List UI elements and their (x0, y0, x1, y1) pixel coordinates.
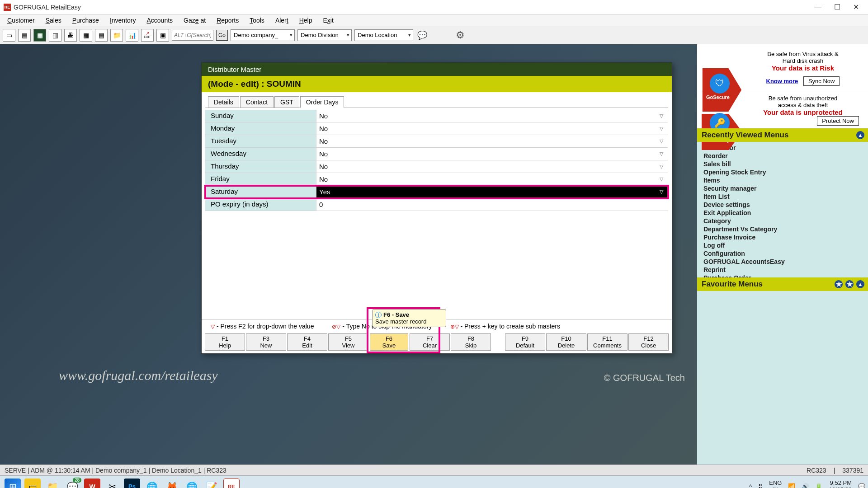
taskbar-app-photoshop[interactable]: Ps (124, 479, 140, 488)
menu-customer[interactable]: Customer (2, 15, 40, 25)
taskbar-app-folder[interactable]: 📁 (44, 479, 61, 488)
fkey-save[interactable]: F6Save (370, 333, 408, 351)
row-value-dropdown[interactable]: 0 (316, 198, 668, 211)
tray-volume-icon[interactable]: 🔊 (802, 483, 809, 488)
menu-exit[interactable]: Exit (317, 15, 339, 25)
row-value-dropdown[interactable]: No▽ (316, 110, 668, 122)
recent-item[interactable]: Log off (697, 241, 868, 249)
recent-item[interactable]: Sales bill (697, 160, 868, 168)
menu-alert[interactable]: Alert (270, 15, 294, 25)
recent-item[interactable]: Purchase Order (697, 274, 868, 277)
menu-reports[interactable]: Reports (211, 15, 244, 25)
toolbar-btn-6[interactable]: ▦ (80, 29, 92, 42)
tray-chevron-icon[interactable]: ^ (749, 483, 752, 488)
close-button[interactable]: ✕ (853, 3, 859, 11)
recent-item[interactable]: Item List (697, 192, 868, 201)
toolbar-btn-3[interactable]: ▦ (33, 29, 46, 42)
menu-accounts[interactable]: Accounts (141, 15, 178, 25)
taskbar-app-explorer[interactable]: ▭ (24, 479, 41, 488)
menu-tools[interactable]: Tools (244, 15, 270, 25)
maximize-button[interactable]: ☐ (834, 3, 840, 11)
print-icon[interactable]: 🖶 (64, 29, 77, 42)
fkey-skip[interactable]: F8Skip (451, 333, 491, 351)
recent-item[interactable]: Security manager (697, 184, 868, 192)
tray-dropbox-icon[interactable]: ⠿ (758, 483, 763, 488)
recent-item[interactable]: Purchase Invoice (697, 233, 868, 241)
tab-contact[interactable]: Contact (240, 96, 274, 108)
collapse-icon-2[interactable]: ▲ (856, 280, 864, 288)
taskbar-app-snip[interactable]: ✂ (104, 479, 120, 488)
tray-wifi-icon[interactable]: 📶 (788, 483, 795, 488)
fkey-edit[interactable]: F4Edit (287, 333, 327, 351)
tray-battery-icon[interactable]: 🔋 (815, 483, 822, 488)
collapse-icon[interactable]: ▲ (856, 131, 864, 139)
toolbar-btn-7[interactable]: ▤ (95, 29, 108, 42)
taskbar-app-firefox[interactable]: 🦊 (164, 479, 180, 488)
row-value-dropdown[interactable]: No▽ (316, 122, 668, 135)
global-search-input[interactable] (172, 30, 213, 41)
status-id: 337391 (842, 467, 863, 474)
recent-item[interactable]: Reprint (697, 266, 868, 274)
recent-item[interactable]: Department Vs Category (697, 225, 868, 233)
recent-item[interactable]: Items (697, 176, 868, 184)
recent-item[interactable]: Configuration (697, 249, 868, 258)
go-button[interactable]: Go (216, 30, 228, 41)
recent-item[interactable]: GOFRUGAL AccountsEasy (697, 258, 868, 266)
tab-order-days[interactable]: Order Days (300, 96, 344, 108)
row-value-dropdown[interactable]: Yes▽ (316, 186, 668, 198)
right-sidebar: 🛡 GoSecure Be safe from Virus attack &Ha… (697, 44, 868, 465)
fkey-clear[interactable]: F7Clear (410, 333, 450, 351)
toolbar-btn-4[interactable]: ▥ (49, 29, 61, 42)
menu-sales[interactable]: Sales (40, 15, 67, 25)
row-value-dropdown[interactable]: No▽ (316, 160, 668, 173)
tray-clock[interactable]: 9:52 PM12/05/22 (829, 480, 852, 488)
company-dropdown[interactable]: Demo company_ (231, 29, 295, 41)
know-more-link[interactable]: Know more (766, 78, 798, 84)
tray-language[interactable]: ENGIN (769, 480, 782, 488)
fkey-comments[interactable]: F11Comments (587, 333, 627, 351)
tab-gst[interactable]: GST (274, 96, 299, 108)
location-dropdown[interactable]: Demo Location (354, 29, 413, 41)
fkey-view[interactable]: F5View (328, 333, 368, 351)
recent-item[interactable]: Device settings (697, 201, 868, 209)
taskbar-app-edge[interactable]: 🌐 (184, 479, 200, 488)
sync-now-button[interactable]: Sync Now (803, 76, 840, 86)
menu-help[interactable]: Help (294, 15, 318, 25)
taskbar-app-retaileasy[interactable]: RE (223, 479, 240, 488)
tray-notifications-icon[interactable]: 💬 (858, 483, 865, 488)
taskbar-app-wps[interactable]: W (84, 479, 100, 488)
star-add-icon[interactable]: ★ (835, 280, 843, 288)
menu-inventory[interactable]: Inventory (104, 15, 142, 25)
toolbar-btn-2[interactable]: ▤ (18, 29, 31, 42)
taskbar-app-chrome[interactable]: 🌐 (144, 479, 160, 488)
app-icon: RE (4, 4, 11, 11)
recent-item[interactable]: Category (697, 217, 868, 225)
chart-icon[interactable]: 📊 (126, 29, 138, 42)
fkey-new[interactable]: F3New (246, 333, 286, 351)
menu-purchase[interactable]: Purchase (67, 15, 104, 25)
gear-icon[interactable]: ⚙ (454, 29, 467, 42)
row-value-dropdown[interactable]: No▽ (316, 148, 668, 160)
fkey-delete[interactable]: F10Delete (546, 333, 586, 351)
fkey-close[interactable]: F12Close (628, 333, 669, 351)
recent-item[interactable]: Exit Application (697, 209, 868, 217)
row-value-dropdown[interactable]: No▽ (316, 135, 668, 147)
tab-details[interactable]: Details (208, 96, 239, 108)
row-value-dropdown[interactable]: No▽ (316, 173, 668, 185)
start-button[interactable]: ⊞ (5, 479, 21, 488)
chat-icon[interactable]: 💬 (416, 29, 429, 42)
protect-now-button[interactable]: Protect Now (817, 116, 859, 126)
star-remove-icon[interactable]: ★ (845, 280, 854, 288)
taskbar-app-whatsapp[interactable]: 💬28 (64, 479, 80, 488)
fkey-help[interactable]: F1Help (205, 333, 245, 351)
toolbar-btn-11[interactable]: ▣ (156, 29, 169, 42)
folder-icon[interactable]: 📁 (110, 29, 123, 42)
menu-gaze-at[interactable]: Gaze at (178, 15, 211, 25)
toolbar-btn-1[interactable]: ▭ (3, 29, 15, 42)
fkey-default[interactable]: F9Default (505, 333, 545, 351)
division-dropdown[interactable]: Demo Division (297, 29, 352, 41)
minimize-button[interactable]: — (814, 3, 821, 11)
recent-item[interactable]: Opening Stock Entry (697, 168, 868, 176)
taskbar-app-notepad[interactable]: 📝 (203, 479, 220, 488)
exit-button[interactable]: ↗EXIT (141, 29, 154, 42)
